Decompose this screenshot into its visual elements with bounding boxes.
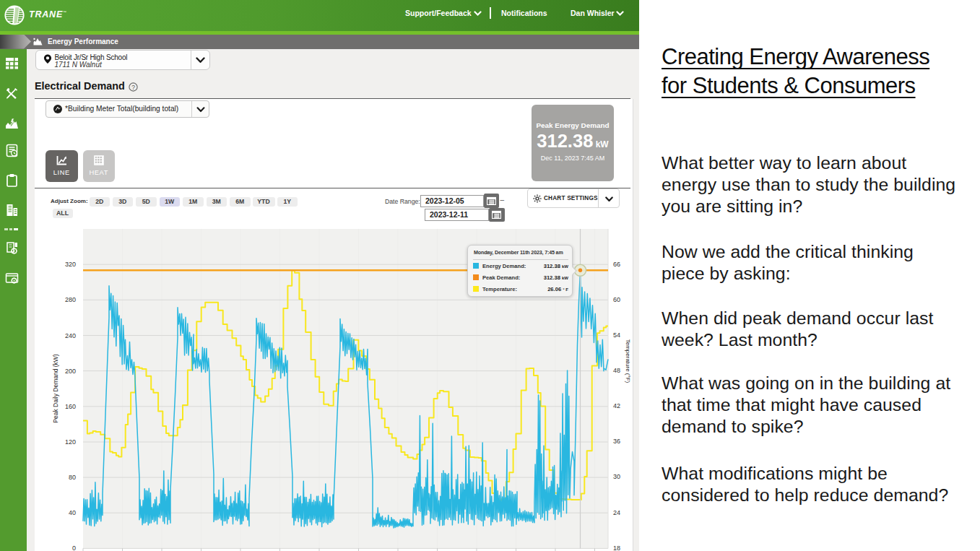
svg-text:54: 54 [613,331,620,339]
svg-text:60: 60 [613,296,620,303]
svg-text:200: 200 [65,368,76,375]
svg-text:Temperature (°F): Temperature (°F) [625,339,631,383]
svg-text:18: 18 [613,545,620,551]
svg-text:?: ? [131,84,135,91]
svg-text:240: 240 [65,332,76,339]
svg-text:36: 36 [613,438,620,445]
svg-text:80: 80 [69,474,76,481]
svg-text:66: 66 [613,261,620,268]
svg-text:Peak Daily Demand (kW): Peak Daily Demand (kW) [52,354,59,423]
svg-text:320: 320 [65,261,76,268]
svg-text:160: 160 [65,403,76,410]
svg-text:280: 280 [65,296,76,303]
svg-text:24: 24 [613,509,620,516]
svg-text:40: 40 [69,509,76,516]
svg-text:120: 120 [65,438,76,446]
svg-text:0: 0 [72,545,76,551]
svg-text:42: 42 [613,402,620,409]
svg-text:48: 48 [613,367,620,374]
svg-text:30: 30 [613,473,620,480]
